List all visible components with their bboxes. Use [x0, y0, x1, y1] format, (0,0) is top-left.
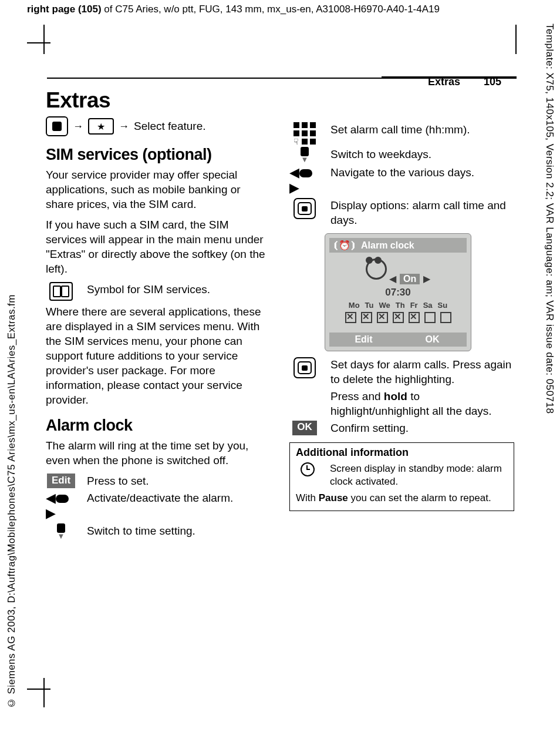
header-rule	[47, 78, 517, 79]
alarm-clock-icon	[366, 258, 387, 284]
alarm-time: 07:30	[333, 287, 463, 298]
numeric-keys-icon: ☟	[289, 122, 320, 145]
arrow-icon: →	[73, 120, 83, 133]
right-column: ☟ Set alarm call time (hh:mm). ▼ Switch …	[289, 88, 514, 542]
pause-post: you can set the alarm to repeat.	[348, 492, 491, 503]
right-arrow-icon: ▶	[423, 273, 430, 284]
copyright-path-left: © Siemens AG 2003, D:\Auftrag\Mobilephon…	[6, 294, 18, 709]
day-checkbox-unchecked	[424, 312, 436, 323]
pause-pre: With	[296, 492, 319, 503]
weekday-checkboxes	[333, 312, 463, 323]
on-toggle: ◀ On ▶	[389, 273, 430, 284]
down-nav-icon: ▼	[289, 147, 320, 163]
center-key-icon	[289, 357, 320, 387]
softkey-edit: Edit	[329, 333, 398, 347]
heading-sim-services: SIM services (optional)	[46, 146, 271, 164]
edit-text: Press to set.	[87, 474, 271, 488]
lr-text-2: Navigate to the various days.	[330, 165, 514, 196]
alarm-status-icon: ⦗⏰⦘	[333, 240, 356, 251]
center-key-icon	[289, 198, 320, 227]
phone-softkeys: Edit OK	[329, 333, 467, 347]
info-title: Additional information	[296, 446, 508, 459]
left-right-nav-icon: ◀▶	[46, 491, 76, 521]
day-checkbox-checked	[377, 312, 388, 323]
dialpad-row: ☟ Set alarm call time (hh:mm).	[289, 122, 514, 145]
header-rule-thick	[382, 76, 517, 79]
page-title: Extras	[46, 88, 271, 113]
sim-services-icon	[46, 282, 76, 301]
spacer	[289, 389, 320, 418]
sim-paragraph-1: Your service provider may offer special …	[46, 167, 271, 211]
phone-title: Alarm clock	[361, 240, 414, 251]
dialpad-text: Set alarm call time (hh:mm).	[330, 122, 514, 145]
center-key-text-2: Set days for alarm calls. Press again to…	[330, 357, 514, 387]
on-label: On	[400, 274, 420, 284]
template-info-right: Template: X75, 140x105, Version 2.2; VAR…	[544, 23, 555, 414]
sim-symbol-row: Symbol for SIM services.	[46, 282, 271, 301]
hold-text: Press and hold to highlight/unhighlight …	[330, 389, 514, 418]
crop-mark	[27, 42, 50, 43]
sim-symbol-text: Symbol for SIM services.	[87, 282, 271, 301]
weekday-labels: Mo Tu We Th Fr Sa Su	[333, 301, 463, 310]
edit-row: Edit Press to set.	[46, 474, 271, 488]
content-area: Extras → ★ → Select feature. SIM service…	[46, 88, 515, 542]
day-label: Tu	[365, 301, 374, 310]
header-prefix: right page (105)	[27, 4, 102, 15]
sim-paragraph-2: If you have such a SIM card, the SIM ser…	[46, 217, 271, 276]
info-row: Screen display in standby mode: alarm cl…	[296, 462, 508, 488]
phone-body: ◀ On ▶ 07:30 Mo Tu We Th Fr Sa Su	[329, 253, 467, 333]
production-header: right page (105) of C75 Aries, w/o ptt, …	[27, 4, 440, 15]
day-label: Mo	[349, 301, 360, 310]
ok-row: OK Confirm setting.	[289, 421, 514, 435]
day-label: Fr	[410, 301, 418, 310]
left-right-row: ◀▶ Activate/deactivate the alarm.	[46, 491, 271, 521]
down-text-2: Switch to weekdays.	[330, 147, 514, 163]
center-key-row-2: Set days for alarm calls. Press again to…	[289, 357, 514, 387]
center-key-text: Display options: alarm call time and day…	[330, 198, 514, 227]
info-pause-text: With Pause you can set the alarm to repe…	[296, 492, 508, 505]
crop-mark	[515, 25, 517, 54]
lr-text: Activate/deactivate the alarm.	[87, 491, 271, 521]
ok-text: Confirm setting.	[330, 421, 514, 435]
day-label: Sa	[423, 301, 433, 310]
hold-row: Press and hold to highlight/unhighlight …	[289, 389, 514, 418]
day-checkbox-checked	[361, 312, 372, 323]
left-column: Extras → ★ → Select feature. SIM service…	[46, 88, 271, 542]
additional-information-box: Additional information Screen display in…	[289, 442, 514, 511]
softkey-ok: OK	[398, 333, 467, 347]
day-checkbox-checked	[409, 312, 420, 323]
crop-mark	[43, 25, 45, 54]
extras-menu-icon: ★	[88, 118, 114, 135]
sim-paragraph-3: Where there are several applications, th…	[46, 304, 271, 407]
day-checkbox-checked	[393, 312, 404, 323]
day-checkbox-checked	[345, 312, 356, 323]
left-arrow-icon: ◀	[389, 273, 396, 284]
spacer	[289, 88, 514, 120]
phone-display-mockup: ⦗⏰⦘ Alarm clock ◀ On ▶ 07:30 Mo	[325, 233, 471, 351]
center-key-icon	[46, 116, 68, 136]
columns: Extras → ★ → Select feature. SIM service…	[46, 88, 515, 542]
alarm-paragraph: The alarm will ring at the time set by y…	[46, 438, 271, 468]
left-right-nav-icon: ◀▶	[289, 165, 320, 196]
phone-title-bar: ⦗⏰⦘ Alarm clock	[329, 238, 467, 253]
day-label: We	[379, 301, 390, 310]
select-feature-text: Select feature.	[134, 120, 206, 133]
down-row-2: ▼ Switch to weekdays.	[289, 147, 514, 163]
hold-pre: Press and	[330, 390, 384, 402]
heading-alarm-clock: Alarm clock	[46, 417, 271, 435]
down-text: Switch to time setting.	[87, 523, 271, 539]
hold-bold: hold	[384, 390, 407, 402]
pause-bold: Pause	[319, 492, 348, 503]
edit-softkey-icon: Edit	[46, 474, 76, 488]
center-key-row: Display options: alarm call time and day…	[289, 198, 514, 227]
page: right page (105) of C75 Aries, w/o ptt, …	[0, 0, 560, 732]
day-checkbox-unchecked	[440, 312, 451, 323]
alarm-active-icon	[296, 462, 319, 488]
menu-path: → ★ → Select feature.	[46, 116, 271, 136]
day-label: Th	[396, 301, 405, 310]
down-nav-icon: ▼	[46, 523, 76, 539]
left-right-row-2: ◀▶ Navigate to the various days.	[289, 165, 514, 196]
ok-softkey-icon: OK	[289, 421, 320, 435]
arrow-icon: →	[119, 120, 129, 133]
info-row-text: Screen display in standby mode: alarm cl…	[330, 462, 508, 488]
